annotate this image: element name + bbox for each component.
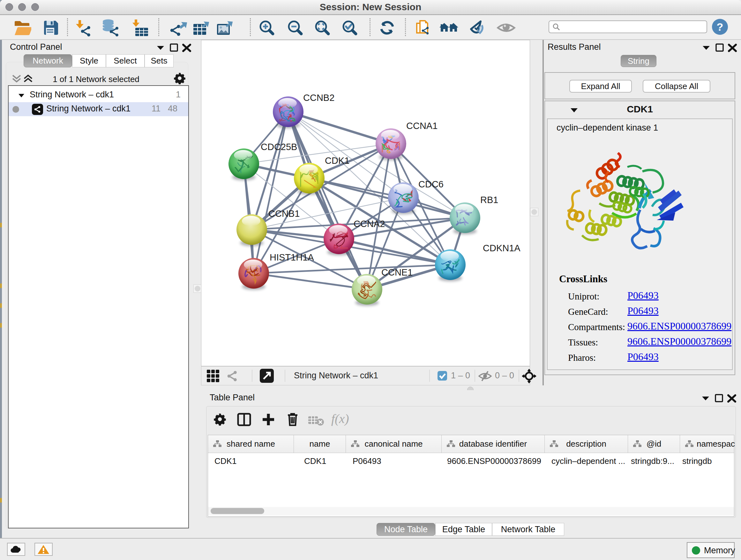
svg-text:CCNB2: CCNB2 — [303, 92, 334, 103]
svg-text:CDC6: CDC6 — [418, 179, 444, 189]
svg-text:CDC25B: CDC25B — [261, 142, 297, 152]
svg-text:HIST1H1A: HIST1H1A — [270, 252, 314, 262]
svg-text:CCNE1: CCNE1 — [381, 267, 413, 277]
svg-text:RB1: RB1 — [480, 195, 498, 205]
svg-text:CCNA1: CCNA1 — [406, 121, 437, 131]
svg-text:CDK1: CDK1 — [325, 155, 349, 166]
svg-text:CCNA2: CCNA2 — [354, 219, 385, 229]
svg-text:CCNB1: CCNB1 — [268, 208, 300, 219]
svg-text:CDKN1A: CDKN1A — [483, 243, 521, 253]
